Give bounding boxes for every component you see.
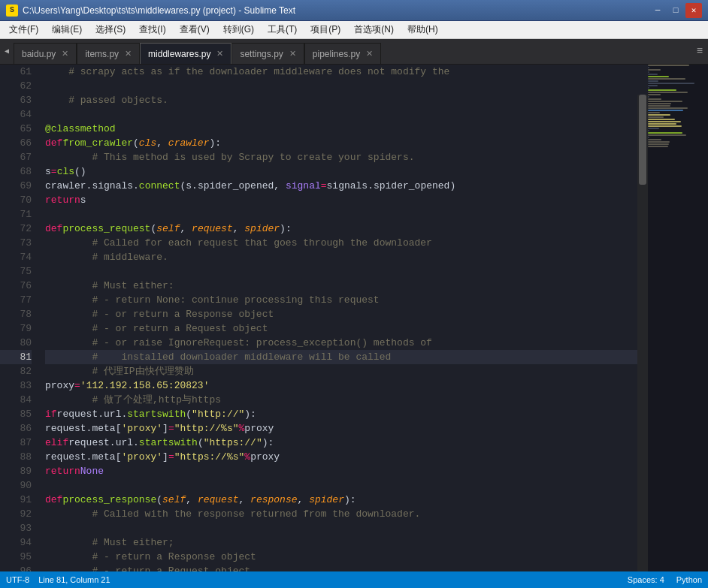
minimap-line	[648, 146, 668, 147]
line-number: 95	[0, 550, 32, 564]
menu-item-f[interactable]: 文件(F)	[3, 21, 44, 38]
code-area[interactable]: # scrapy acts as if the downloader middl…	[39, 65, 637, 571]
tab-nav-left[interactable]: ◀	[0, 39, 14, 64]
minimap-line	[648, 132, 682, 134]
tab-pipelines_py[interactable]: pipelines.py✕	[304, 43, 381, 64]
menu-bar: 文件(F)编辑(E)选择(S)查找(I)查看(V)转到(G)工具(T)项目(P)…	[0, 21, 708, 39]
minimap-line	[648, 98, 661, 100]
tab-options-button[interactable]: ≡	[691, 39, 708, 64]
tab-bar: ◀ baidu.py✕items.py✕middlewares.py✕setti…	[0, 39, 708, 65]
code-line: # 代理IP由快代理赞助	[45, 364, 637, 378]
title-text: C:\Users\Yang\Desktop\ts\ts\middlewares.…	[23, 5, 295, 16]
line-number: 96	[0, 564, 32, 571]
status-bar: UTF-8 Line 81, Column 21 Spaces: 4 Pytho…	[0, 571, 708, 588]
tab-settings_py[interactable]: settings.py✕	[231, 43, 304, 64]
language-label: Python	[676, 575, 702, 584]
line-number: 73	[0, 236, 32, 250]
line-number: 69	[0, 179, 32, 193]
tab-close-button[interactable]: ✕	[366, 50, 373, 58]
code-line: # - or return a Response object	[45, 307, 637, 321]
tab-close-button[interactable]: ✕	[289, 50, 296, 58]
line-number: 80	[0, 336, 32, 350]
minimap-line	[648, 116, 664, 118]
minimap-line	[648, 89, 676, 91]
menu-item-i[interactable]: 查找(I)	[133, 21, 171, 38]
tab-items_py[interactable]: items.py✕	[77, 43, 140, 64]
line-number: 71	[0, 207, 32, 222]
scrollbar-thumb[interactable]	[639, 95, 646, 185]
tab-close-button[interactable]: ✕	[125, 50, 132, 58]
line-number: 70	[0, 193, 32, 207]
minimap-line	[648, 85, 658, 86]
status-right: Spaces: 4 Python	[628, 575, 702, 584]
editor-container: 6162636465666768697071727374757677787980…	[0, 65, 708, 571]
line-number: 66	[0, 136, 32, 150]
code-line: request.meta['proxy'] = "http://%s" % pr…	[45, 421, 637, 436]
line-number: 82	[0, 364, 32, 378]
minimize-button[interactable]: ─	[649, 3, 666, 18]
code-line	[45, 207, 637, 222]
tab-label: middlewares.py	[148, 49, 210, 59]
minimap-line	[648, 137, 649, 138]
minimap-line	[648, 123, 676, 125]
code-line: # 做了个处理,http与https	[45, 393, 637, 407]
menu-item-t[interactable]: 工具(T)	[262, 21, 303, 38]
app-icon: S	[6, 5, 18, 17]
code-line: # middleware.	[45, 250, 637, 264]
maximize-button[interactable]: □	[667, 3, 684, 18]
minimap-line	[648, 114, 670, 116]
line-number: 83	[0, 378, 32, 393]
tab-close-button[interactable]: ✕	[62, 50, 68, 58]
tab-middlewares_py[interactable]: middlewares.py✕	[140, 43, 231, 64]
menu-item-e[interactable]: 编辑(E)	[46, 21, 88, 38]
title-bar-left: S C:\Users\Yang\Desktop\ts\ts\middleware…	[6, 5, 295, 17]
code-line: # - or raise IgnoreRequest: process_exce…	[45, 336, 637, 350]
minimap-line	[648, 107, 688, 109]
minimap-line	[648, 92, 688, 93]
spaces-label: Spaces: 4	[628, 575, 664, 584]
menu-item-g[interactable]: 转到(G)	[217, 21, 260, 38]
code-line: def process_response(self, request, resp…	[45, 493, 637, 507]
code-line: crawler.signals.connect(s.spider_opened,…	[45, 179, 637, 193]
code-line: # - return a Response object	[45, 550, 637, 564]
code-line: # Must either;	[45, 535, 637, 550]
minimap-line	[648, 83, 694, 84]
scrollbar-track[interactable]	[637, 95, 648, 571]
menu-item-h[interactable]: 帮助(H)	[401, 21, 444, 38]
code-line: return s	[45, 193, 637, 207]
tab-label: baidu.py	[22, 49, 56, 59]
line-number: 72	[0, 222, 32, 236]
menu-item-s[interactable]: 选择(S)	[89, 21, 132, 38]
encoding-label: UTF-8	[6, 575, 29, 584]
tab-baidu_py[interactable]: baidu.py✕	[14, 43, 77, 64]
minimap-line	[648, 65, 689, 66]
line-number: 94	[0, 535, 32, 550]
minimap-line	[648, 103, 671, 104]
line-number: 92	[0, 507, 32, 521]
code-line: # scrapy acts as if the downloader middl…	[45, 65, 637, 79]
minimap-line	[648, 112, 660, 113]
minimap-line	[648, 71, 649, 73]
scrollbar[interactable]	[637, 65, 648, 571]
line-number: 78	[0, 307, 32, 321]
line-number: 64	[0, 107, 32, 122]
line-number: 75	[0, 264, 32, 279]
code-line: # - return a Request object	[45, 564, 637, 571]
tab-close-button[interactable]: ✕	[216, 50, 223, 58]
code-line: # - or return a Request object	[45, 321, 637, 336]
tab-label: items.py	[85, 49, 119, 59]
line-numbers: 6162636465666768697071727374757677787980…	[0, 65, 39, 571]
code-line: if request.url.startswith("http://"):	[45, 407, 637, 421]
menu-item-v[interactable]: 查看(V)	[174, 21, 216, 38]
minimap-line	[648, 87, 649, 89]
minimap-line	[648, 119, 675, 120]
close-button[interactable]: ✕	[685, 3, 702, 18]
line-number: 67	[0, 150, 32, 164]
line-number: 62	[0, 79, 32, 93]
menu-item-p[interactable]: 项目(P)	[304, 21, 346, 38]
line-number: 74	[0, 250, 32, 264]
code-line: proxy = '112.192.158.65:20823'	[45, 378, 637, 393]
menu-item-n[interactable]: 首选项(N)	[348, 21, 400, 38]
line-number: 90	[0, 478, 32, 493]
minimap-line	[648, 105, 670, 107]
